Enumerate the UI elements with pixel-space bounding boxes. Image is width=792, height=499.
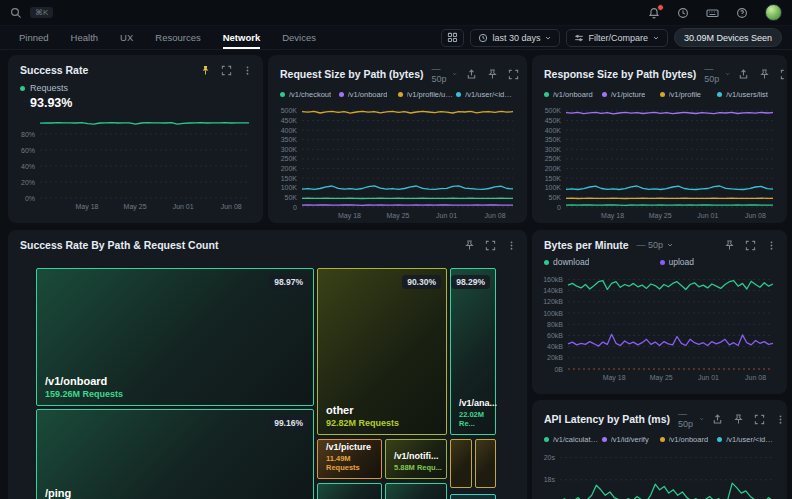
legend-item[interactable]: /v1/user/<id>/profile [456, 90, 515, 99]
tab-ux[interactable]: UX [111, 27, 142, 49]
svg-text:400K: 400K [281, 127, 298, 134]
legend-item[interactable]: /v1/onboard [339, 90, 398, 99]
treemap-cell[interactable] [385, 483, 447, 499]
treemap-cell-v1-onboard[interactable]: 98.97%/v1/onboard159.26M Requests [36, 268, 314, 406]
legend-item-upload[interactable]: upload [660, 257, 776, 267]
svg-text:200K: 200K [545, 165, 562, 172]
devices-seen-button[interactable]: 30.09M Devices Seen [674, 28, 782, 47]
tab-health[interactable]: Health [62, 27, 107, 49]
svg-text:Jun 01: Jun 01 [698, 374, 719, 381]
history-button[interactable] [677, 7, 689, 19]
card-api-latency: API Latency by Path (ms) — 50p /v1/calcu… [532, 400, 787, 499]
percentile-dropdown[interactable]: — 50p [432, 64, 458, 84]
legend-item[interactable]: /v1/profile/upload [398, 90, 457, 99]
treemap-cell[interactable] [475, 439, 496, 488]
filter-compare-dropdown[interactable]: Filter/Compare [566, 29, 668, 47]
treemap-cell[interactable] [450, 439, 472, 488]
svg-text:40kB: 40kB [547, 343, 563, 350]
notifications-button[interactable] [648, 7, 660, 19]
svg-text:120kB: 120kB [543, 298, 563, 305]
svg-text:140kB: 140kB [543, 287, 563, 294]
legend-label: /v1/onboard [669, 435, 709, 444]
treemap-cell[interactable] [450, 494, 496, 499]
legend-item[interactable]: /v1/id/verify [602, 435, 660, 444]
chevron-down-icon [452, 70, 457, 78]
keyboard-shortcuts-button[interactable] [706, 7, 719, 19]
kebab-menu-icon[interactable] [242, 65, 253, 76]
treemap-cell-v1-notifi[interactable]: /v1/notifi...5.88M Requ... [385, 439, 447, 479]
expand-icon[interactable] [508, 69, 519, 80]
layout-grid-button[interactable] [441, 29, 464, 47]
share-icon[interactable] [712, 414, 723, 425]
legend-item-download[interactable]: download [544, 257, 660, 267]
api-latency-chart[interactable]: 20s18s16s14s12sMay 18May 25Jun 01Jun 08 [536, 446, 781, 499]
share-icon[interactable] [738, 69, 749, 80]
percentile-dropdown[interactable]: — 50p [704, 64, 730, 84]
expand-icon[interactable] [754, 414, 765, 425]
percentile-dropdown[interactable]: — 50p [637, 240, 675, 250]
global-search[interactable]: ⌘K [10, 7, 648, 19]
svg-text:250K: 250K [545, 155, 562, 162]
legend-item[interactable]: /v1/checkout [280, 90, 339, 99]
legend-item[interactable]: /v1/user/<id>/rem... [717, 435, 775, 444]
legend-dot [339, 92, 344, 97]
expand-icon[interactable] [221, 65, 232, 76]
svg-text:Jun 01: Jun 01 [436, 212, 457, 219]
legend-label: /v1/users/list [726, 90, 768, 99]
share-icon[interactable] [466, 69, 477, 80]
kebab-menu-icon[interactable] [506, 240, 517, 251]
treemap-cell-ping[interactable]: 99.16%/ping [36, 409, 314, 499]
legend-dot [544, 260, 549, 265]
tab-devices[interactable]: Devices [273, 27, 325, 49]
tab-pinned[interactable]: Pinned [10, 27, 58, 49]
treemap-cell-v1-picture[interactable]: /v1/picture11.49M Requests [317, 439, 382, 479]
pin-icon[interactable] [487, 69, 498, 80]
treemap-cell[interactable] [317, 483, 382, 499]
success-rate-chart[interactable]: 0%20%40%60%80%May 18May 25Jun 01Jun 08 [12, 112, 257, 212]
kebab-menu-icon[interactable] [775, 414, 786, 425]
legend-item[interactable]: /v1/calculate/eta [544, 435, 602, 444]
legend-item[interactable]: /v1/onboard [544, 90, 602, 99]
svg-text:Jun 08: Jun 08 [485, 212, 506, 219]
legend-item[interactable]: /v1/picture [602, 90, 660, 99]
legend-label: /v1/profile/upload [407, 90, 457, 99]
avatar[interactable] [765, 4, 782, 21]
card-title: Request Size by Path (bytes) [280, 68, 424, 80]
expand-icon[interactable] [780, 69, 787, 80]
svg-text:100kB: 100kB [543, 310, 563, 317]
pin-icon[interactable] [200, 65, 211, 76]
pin-icon[interactable] [724, 240, 735, 251]
treemap-cell-other[interactable]: 90.30%other92.82M Requests [317, 268, 447, 435]
svg-text:100K: 100K [545, 184, 562, 191]
help-button[interactable] [736, 7, 748, 19]
legend-item[interactable]: /v1/profile [660, 90, 718, 99]
keyboard-icon [706, 7, 719, 19]
legend-item[interactable]: /v1/users/list [717, 90, 775, 99]
treemap-cell-v1-ana[interactable]: 98.29%/v1/ana...22.02M Re... [450, 268, 496, 435]
bytes-per-minute-chart[interactable]: 0B20kB40kB60kB80kB100kB120kB140kB160kBMa… [536, 269, 781, 383]
pin-icon[interactable] [759, 69, 770, 80]
request-size-chart[interactable]: 050K100K150K200K250K300K350K400K450K500K… [272, 101, 521, 221]
tab-network[interactable]: Network [214, 27, 269, 49]
svg-text:Jun 08: Jun 08 [745, 212, 766, 219]
legend-item-requests[interactable]: Requests [8, 79, 263, 93]
svg-text:20kB: 20kB [547, 354, 563, 361]
svg-text:350K: 350K [545, 136, 562, 143]
legend-label: /v1/calculate/eta [553, 435, 602, 444]
percentile-dropdown[interactable]: — 50p [678, 409, 704, 429]
devices-seen-label: 30.09M Devices Seen [684, 33, 772, 43]
pin-icon[interactable] [464, 240, 475, 251]
pin-icon[interactable] [733, 414, 744, 425]
legend-item[interactable]: /v1/onboard [660, 435, 718, 444]
topbar: ⌘K [0, 0, 792, 26]
kebab-menu-icon[interactable] [766, 240, 777, 251]
chart-legend: /v1/calculate/eta /v1/id/verify /v1/onbo… [532, 432, 787, 444]
expand-icon[interactable] [745, 240, 756, 251]
time-range-dropdown[interactable]: last 30 days [470, 29, 560, 47]
expand-icon[interactable] [485, 240, 496, 251]
legend-dot [602, 437, 607, 442]
response-size-chart[interactable]: 050K100K150K200K250K300K350K400K450K500K… [536, 101, 781, 221]
tab-resources[interactable]: Resources [146, 27, 209, 49]
svg-text:250K: 250K [281, 155, 298, 162]
legend-label: /v1/user/<id>/rem... [726, 435, 775, 444]
